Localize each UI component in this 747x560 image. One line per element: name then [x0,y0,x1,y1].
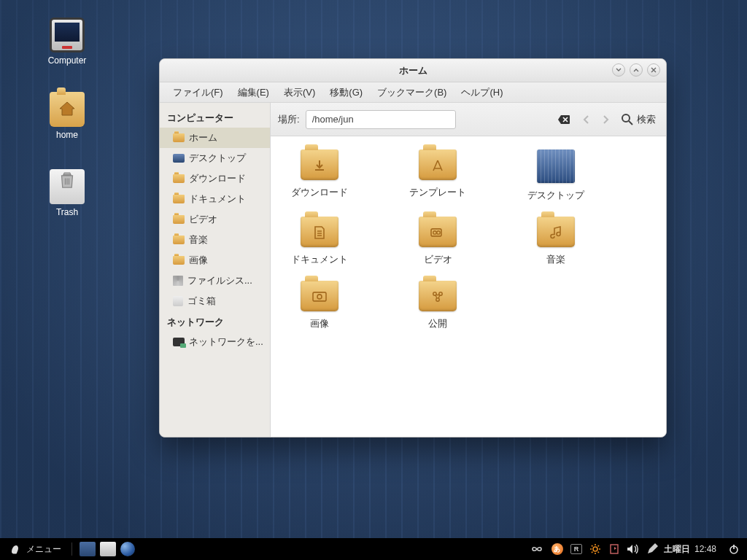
desktop-icon [173,154,185,163]
nav-forward-button[interactable] [599,113,612,126]
minimize-button[interactable] [612,63,625,77]
folder-icon [173,236,185,244]
folder-icon [419,217,457,247]
svg-point-5 [317,295,322,299]
folder-documents[interactable]: ドキュメント [279,217,360,266]
search-icon [621,113,634,126]
power-button[interactable] [727,542,741,556]
folder-icon [419,281,457,311]
desktop-icon-trash[interactable]: Trash [38,163,96,217]
search-label: 検索 [637,113,656,126]
tray-pen-icon[interactable] [645,542,659,556]
window-titlebar[interactable]: ホーム [160,59,666,82]
menu-help[interactable]: ヘルプ(H) [454,83,510,102]
clear-location-button[interactable] [558,114,570,125]
menu-view[interactable]: 表示(V) [276,83,322,102]
search-button[interactable]: 検索 [618,110,659,129]
sidebar-item-network[interactable]: ネットワークを... [160,332,270,352]
folder-pictures[interactable]: 画像 [279,281,360,330]
desktop-icon-label: Computer [38,55,96,66]
sidebar-item-pictures[interactable]: 画像 [160,250,270,271]
menu-edit[interactable]: 編集(E) [231,83,276,102]
sidebar-item-label: ホーム [189,131,217,144]
drive-icon [173,276,183,286]
maximize-button[interactable] [630,63,643,77]
keyboard-badge: R [570,544,582,554]
menu-file[interactable]: ファイル(F) [166,83,231,102]
folder-icon [301,281,338,311]
svg-point-3 [437,231,440,234]
desktop-icon-home[interactable]: home [38,92,96,140]
folder-music[interactable]: 音楽 [516,217,596,266]
taskbar-browser[interactable] [120,542,135,556]
desktop-icon-label: Trash [38,207,96,217]
sidebar-item-label: ダウンロード [189,172,246,185]
desktop-icon-computer[interactable]: Computer [38,18,96,66]
folder-label: ビデオ [398,253,478,266]
folder-templates[interactable]: テンプレート [398,149,478,202]
tray-ime[interactable]: あ [550,542,565,556]
folder-desktop[interactable]: デスクトップ [516,149,596,202]
folder-label: ダウンロード [279,186,360,199]
sidebar-item-home[interactable]: ホーム [160,128,270,148]
svg-point-2 [433,231,436,234]
folder-label: ドキュメント [279,253,360,266]
network-icon [173,338,185,346]
window-title: ホーム [399,64,427,77]
panel-separator [71,542,72,556]
folder-icon [173,195,185,203]
tray-infinity-icon[interactable] [531,542,546,556]
sidebar: コンピューター ホーム デスクトップ ダウンロード ドキュメント ビデオ 音楽 … [160,103,271,437]
sidebar-item-documents[interactable]: ドキュメント [160,189,270,209]
location-input[interactable] [306,110,456,129]
panel-day[interactable]: 土曜日 [664,543,690,556]
close-button[interactable] [647,63,660,77]
start-menu-button[interactable]: メニュー [6,542,64,556]
folder-icon [173,256,185,265]
sidebar-item-music[interactable]: 音楽 [160,230,270,250]
folder-icon [173,133,185,142]
folder-videos[interactable]: ビデオ [398,217,478,266]
file-manager-window: ホーム ファイル(F) 編集(E) 表示(V) 移動(G) ブックマーク(B) … [159,58,667,438]
sidebar-item-videos[interactable]: ビデオ [160,209,270,230]
menu-bookmarks[interactable]: ブックマーク(B) [370,83,454,102]
trash-icon [50,169,85,204]
folder-icon [419,149,457,180]
sidebar-item-filesystem[interactable]: ファイルシス... [160,271,270,291]
svg-point-9 [593,547,597,551]
menu-go[interactable]: 移動(G) [322,83,370,102]
folder-label: 画像 [279,317,360,330]
trash-icon [173,296,183,306]
sidebar-item-label: ファイルシス... [187,274,252,287]
tray-keyboard-layout[interactable]: R [569,542,584,556]
svg-rect-4 [313,292,326,301]
folder-downloads[interactable]: ダウンロード [279,149,360,202]
sidebar-item-desktop[interactable]: デスクトップ [160,148,270,168]
folder-public[interactable]: 公開 [398,281,478,330]
sidebar-item-label: ゴミ箱 [187,295,216,308]
folder-icon [173,215,185,224]
location-input-wrap [306,110,574,129]
desktop-folder-icon [537,149,575,183]
tray-volume-icon[interactable] [626,542,640,556]
tray-updates-icon[interactable] [607,542,622,556]
sidebar-item-label: ネットワークを... [189,335,263,349]
tray-settings-icon[interactable] [588,542,603,556]
folder-label: テンプレート [398,186,478,199]
folder-icon [301,149,338,180]
taskbar-disk[interactable] [100,542,116,556]
sidebar-item-downloads[interactable]: ダウンロード [160,168,270,189]
sidebar-item-trash[interactable]: ゴミ箱 [160,291,270,311]
bottom-panel: メニュー あ R 土曜日 12:48 [0,538,747,560]
desktop: Computer home Trash ホーム ファイル(F) 編集(E) 表示… [0,0,747,560]
nav-back-button[interactable] [580,113,593,126]
location-label: 場所: [278,113,300,126]
folder-icon [537,217,575,247]
icon-view[interactable]: ダウンロード テンプレート デスクトップ ドキュメント [271,136,666,437]
menubar: ファイル(F) 編集(E) 表示(V) 移動(G) ブックマーク(B) ヘルプ(… [160,82,666,103]
taskbar-filemanager[interactable] [80,542,96,556]
location-toolbar: 場所: 検索 [271,103,666,136]
sidebar-item-label: 画像 [189,254,208,267]
sidebar-header-computer: コンピューター [160,107,270,128]
panel-time[interactable]: 12:48 [694,544,716,554]
